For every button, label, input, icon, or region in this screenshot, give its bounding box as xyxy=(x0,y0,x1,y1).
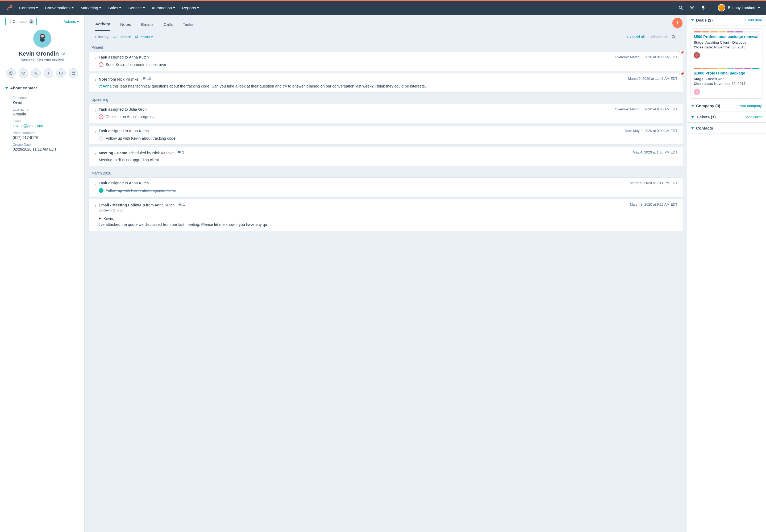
owner-avatar[interactable] xyxy=(694,89,700,95)
contact-avatar[interactable] xyxy=(33,30,51,48)
task-checkbox[interactable]: ✓ xyxy=(99,136,103,141)
owner-avatar[interactable] xyxy=(694,52,700,59)
add-company[interactable]: + Add company xyxy=(737,104,762,108)
envelope-icon[interactable] xyxy=(19,68,28,78)
nav-automation[interactable]: Automation xyxy=(152,6,175,10)
create-date-label: Create Date xyxy=(13,143,72,147)
chevron-right-icon[interactable]: › xyxy=(95,203,96,208)
top-nav: Contacts Conversations Marketing Sales S… xyxy=(0,1,766,15)
add-button[interactable]: + xyxy=(672,18,682,28)
pencil-icon[interactable] xyxy=(62,50,66,57)
email-to: to Kevin Grondin xyxy=(92,208,677,212)
pin-icon[interactable]: 📌 xyxy=(679,49,685,55)
comment-count[interactable]: 10 xyxy=(142,77,151,81)
chevron-right-icon[interactable]: › xyxy=(95,78,96,82)
add-deal[interactable]: + Add deal xyxy=(745,18,762,22)
task-checkbox[interactable]: ✓ xyxy=(99,114,103,119)
tab-notes[interactable]: Notes xyxy=(120,19,131,31)
first-name-value[interactable]: Kevin xyxy=(13,100,72,105)
comment-count[interactable]: 2 xyxy=(177,150,184,154)
tickets-header: Tickets (1) + Add ticket xyxy=(687,111,766,123)
first-name-label: First name xyxy=(13,96,72,100)
phone-value[interactable]: (617) 617-6176 xyxy=(13,135,72,140)
about-contact-header[interactable]: About contact xyxy=(0,83,84,93)
card-timestamp: Overdue: March 8, 2020 at 9:00 AM EDT xyxy=(611,107,677,111)
filter-teams[interactable]: All teams xyxy=(134,35,153,39)
plus-icon[interactable] xyxy=(44,68,53,78)
gear-icon[interactable] xyxy=(689,5,695,10)
tab-activity[interactable]: Activity xyxy=(95,19,110,31)
filter-users[interactable]: All users xyxy=(113,35,131,39)
note-icon[interactable] xyxy=(6,68,16,78)
nav-reports[interactable]: Reports xyxy=(182,6,199,10)
deal-close-date: Close date: November 30, 2017 xyxy=(694,82,759,86)
svg-line-23 xyxy=(674,38,675,39)
deal-title[interactable]: $500 Professional package renewal xyxy=(694,35,759,39)
chevron-down-icon xyxy=(691,105,694,107)
chevron-right-icon[interactable]: › xyxy=(95,56,96,60)
tab-emails[interactable]: Emails xyxy=(141,19,154,31)
user-menu[interactable]: Brittany Lambert xyxy=(718,4,760,11)
search-icon[interactable] xyxy=(671,35,676,39)
nav-contacts[interactable]: Contacts xyxy=(19,6,38,10)
chevron-down-icon xyxy=(691,116,694,118)
left-panel: 〈 Contacts Actions Kevin Grondin Busines… xyxy=(0,15,85,532)
deal-card[interactable]: $1000 Professional package Stage: Closed… xyxy=(690,65,763,99)
company-header: Company (0) + Add company xyxy=(687,100,766,111)
contacts-header: Contacts xyxy=(687,123,766,134)
nav-marketing[interactable]: Marketing xyxy=(81,6,101,10)
activity-card-task[interactable]: › Task assigned to Anna Kutch March 9, 2… xyxy=(88,177,683,197)
back-to-contacts[interactable]: 〈 Contacts xyxy=(5,18,37,25)
last-name-value[interactable]: Grondin xyxy=(13,112,72,116)
chevron-right-icon[interactable]: › xyxy=(95,108,96,113)
card-timestamp: March 8, 2020 at 9:16 AM EDT xyxy=(627,202,677,206)
chevron-right-icon[interactable]: › xyxy=(95,130,96,134)
deal-title[interactable]: $1000 Professional package xyxy=(694,71,759,75)
nav-service[interactable]: Service xyxy=(128,6,145,10)
hubspot-logo[interactable] xyxy=(6,4,13,11)
contact-name: Kevin Grondin xyxy=(5,50,79,57)
svg-point-6 xyxy=(692,7,693,9)
chevron-down-icon xyxy=(691,127,694,129)
drag-handle-icon[interactable]: ⠿⠿ xyxy=(90,85,91,87)
nav-conversations[interactable]: Conversations xyxy=(45,6,74,10)
chevron-right-icon[interactable]: › xyxy=(95,182,96,186)
search-icon[interactable] xyxy=(678,5,684,10)
nav-divider xyxy=(712,4,712,11)
nav-menu: Contacts Conversations Marketing Sales S… xyxy=(19,6,199,10)
email-count[interactable]: 1 xyxy=(178,202,185,206)
deal-card[interactable]: $500 Professional package renewal Stage:… xyxy=(690,28,763,62)
card-title: Meeting - Demo scheduled by Nick Kirshke… xyxy=(99,150,630,155)
bell-icon[interactable] xyxy=(701,5,706,10)
task-checkbox[interactable]: ✓ xyxy=(99,62,103,67)
pin-icon[interactable]: 📌 xyxy=(679,71,685,77)
drag-handle-icon[interactable]: ⠿⠿ xyxy=(90,64,91,65)
deals-header: Deals (2) + Add deal xyxy=(687,15,766,26)
expand-all[interactable]: Expand all xyxy=(627,35,644,39)
activity-card-note[interactable]: 📌 › Note from Nick Kirshke 10 March 9, 2… xyxy=(88,73,683,93)
activity-card-task[interactable]: › Task assigned to Julia Gron Overdue: M… xyxy=(88,104,683,123)
mention[interactable]: @Anna xyxy=(99,84,112,88)
activity-card-meeting[interactable]: › Meeting - Demo scheduled by Nick Kirsh… xyxy=(88,147,683,166)
actions-dropdown[interactable]: Actions xyxy=(64,19,79,24)
tab-tasks[interactable]: Tasks xyxy=(183,19,193,31)
nav-sales[interactable]: Sales xyxy=(108,6,122,10)
window-icon[interactable] xyxy=(56,68,66,78)
email-value[interactable]: keving@gmail.com xyxy=(13,124,72,128)
task-checkbox[interactable]: ✓ xyxy=(99,188,103,193)
svg-point-10 xyxy=(40,38,45,42)
collapse-all: Collapse all xyxy=(648,35,668,39)
workspace: 〈 Contacts Actions Kevin Grondin Busines… xyxy=(0,15,766,532)
chevron-right-icon[interactable]: › xyxy=(95,151,96,156)
activity-card-task[interactable]: 📌 › Task assigned to Anna Kutch Overdue:… xyxy=(88,52,683,71)
phone-icon[interactable] xyxy=(31,68,41,78)
activity-card-task[interactable]: › Task assigned to Anna Kutch Due: May 2… xyxy=(88,125,683,145)
person-icon xyxy=(29,19,34,24)
tab-calls[interactable]: Calls xyxy=(164,19,173,31)
user-name: Brittany Lambert xyxy=(728,6,755,10)
activity-card-email[interactable]: › Email - Meeting Followup from Anna Kut… xyxy=(88,199,683,231)
calendar-icon[interactable] xyxy=(69,68,78,78)
svg-point-3 xyxy=(10,6,11,7)
add-ticket[interactable]: + Add ticket xyxy=(743,115,762,119)
card-title: Task assigned to Julia Gron xyxy=(99,107,611,111)
